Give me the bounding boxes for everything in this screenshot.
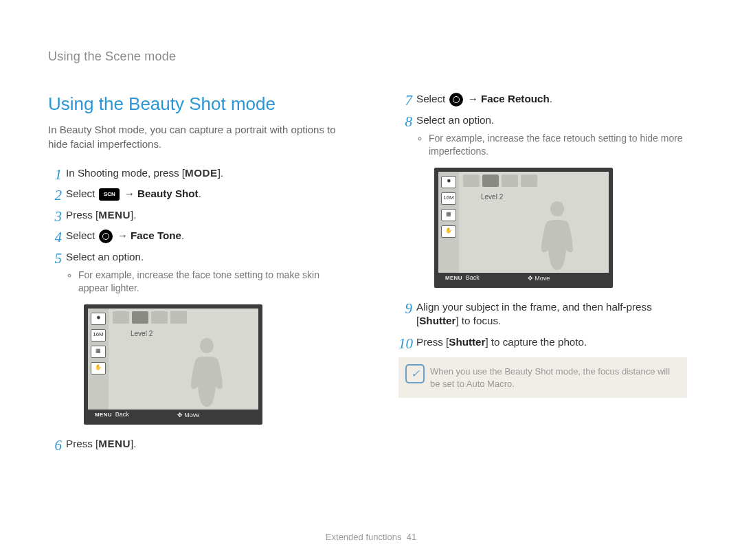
step-7-text-c: . xyxy=(550,93,552,104)
step-5-sublist: For example, increase the face tone sett… xyxy=(66,269,337,295)
ss-level-label: Level 2 xyxy=(131,329,153,339)
note-box: ✓ When you use the Beauty Shot mode, the… xyxy=(398,357,687,398)
ss-top-options xyxy=(459,172,609,190)
step-4-text-c: . xyxy=(181,229,184,241)
option-chip xyxy=(113,311,129,324)
shutter-label: Shutter xyxy=(419,315,456,326)
step-10: Press [Shutter] to capture the photo. xyxy=(398,335,687,350)
option-chip xyxy=(151,311,168,324)
step-7-arrow: → xyxy=(464,93,481,104)
option-chip xyxy=(521,175,537,187)
step-8: Select an option. For example, increase … xyxy=(398,113,687,287)
step-6: Press [MENU]. xyxy=(48,437,337,451)
ss-sidebar-icon: 16M xyxy=(441,192,456,205)
ss-level-label: Level 2 xyxy=(481,192,503,202)
step-1-text-c: ]. xyxy=(218,167,223,179)
running-title: Using the Scene mode xyxy=(48,48,694,65)
step-3-text-c: ]. xyxy=(131,209,136,221)
face-tone-label: Face Tone xyxy=(131,229,181,241)
ss-sidebar: ✹ 16M ▦ ✋ xyxy=(88,309,109,421)
step-2: Select SCN → Beauty Shot. xyxy=(48,187,337,201)
step-9: Align your subject in the frame, and the… xyxy=(398,300,687,328)
option-chip-active xyxy=(132,311,148,324)
step-4-text-a: Select xyxy=(66,229,98,241)
footer-section: Extended functions xyxy=(326,532,402,542)
step-1: In Shooting mode, press [MODE]. xyxy=(48,166,337,181)
heading: Using the Beauty Shot mode xyxy=(48,92,337,116)
option-chip xyxy=(502,175,518,187)
step-2-text-c: . xyxy=(199,188,201,199)
page-footer: Extended functions 41 xyxy=(0,531,742,544)
step-3: Press [MENU]. xyxy=(48,208,337,223)
mode-button-label: MODE xyxy=(185,167,218,179)
option-chip xyxy=(463,175,480,187)
ss-menu-back: MENU Back xyxy=(95,410,129,419)
ss-menu-back: MENU Back xyxy=(445,273,480,282)
beauty-shot-label: Beauty Shot xyxy=(137,188,199,199)
steps-right: Select → Face Retouch. Select an option.… xyxy=(398,92,687,349)
step-6-text-a: Press [ xyxy=(66,438,98,449)
ss-menu-label: MENU xyxy=(95,412,112,418)
ss-top-options xyxy=(109,309,258,326)
person-silhouette-icon xyxy=(533,201,581,270)
ss-move-label: Move xyxy=(535,275,550,282)
ss-sidebar-icon: ▦ xyxy=(441,209,456,221)
ss-back-label: Back xyxy=(466,274,480,281)
step-10-text-a: Press [ xyxy=(416,336,449,348)
step-1-text-a: In Shooting mode, press [ xyxy=(66,167,185,179)
camera-icon xyxy=(99,229,113,243)
step-3-text-a: Press [ xyxy=(66,209,98,221)
step-5-text: Select an option. xyxy=(66,251,144,262)
scn-icon: SCN xyxy=(99,188,120,201)
ss-sidebar: ✹ 16M ▦ ✋ xyxy=(438,172,459,284)
step-9-text-c: ] to focus. xyxy=(456,315,501,326)
step-2-text-a: Select xyxy=(66,188,98,199)
step-4-arrow: → xyxy=(114,229,131,241)
menu-button-label: MENU xyxy=(98,209,131,221)
step-5: Select an option. For example, increase … xyxy=(48,250,337,424)
steps-left: In Shooting mode, press [MODE]. Select S… xyxy=(48,166,337,451)
ss-sidebar-icon: ✋ xyxy=(91,362,106,374)
step-6-text-c: ]. xyxy=(131,438,136,449)
ss-bottom-bar: MENU Back ✥ Move xyxy=(88,410,258,421)
person-silhouette-icon xyxy=(183,338,231,407)
face-retouch-label: Face Retouch xyxy=(481,93,550,104)
step-5-sub: For example, increase the face tone sett… xyxy=(78,269,337,295)
ss-move: ✥ Move xyxy=(177,411,200,419)
ss-sidebar-icon: 16M xyxy=(91,329,106,341)
menu-button-label-2: MENU xyxy=(98,438,131,449)
right-column: Select → Face Retouch. Select an option.… xyxy=(398,92,687,458)
face-tone-screenshot: ✹ 16M ▦ ✋ Level 2 xyxy=(84,304,262,425)
option-chip xyxy=(170,311,187,324)
left-column: Using the Beauty Shot mode In Beauty Sho… xyxy=(48,92,337,458)
step-7: Select → Face Retouch. xyxy=(398,92,687,107)
ss-menu-label: MENU xyxy=(445,275,462,281)
face-retouch-screenshot: ✹ 16M ▦ ✋ Level 2 xyxy=(434,168,613,288)
note-text: When you use the Beauty Shot mode, the f… xyxy=(430,366,670,389)
ss-bottom-bar: MENU Back ✥ Move xyxy=(438,273,609,284)
ss-sidebar-icon: ✹ xyxy=(441,176,456,188)
ss-sidebar-icon: ✹ xyxy=(91,313,106,325)
ss-move-label: Move xyxy=(184,412,199,418)
step-10-text-c: ] to capture the photo. xyxy=(485,336,587,348)
step-4: Select → Face Tone. xyxy=(48,229,337,243)
ss-back-label: Back xyxy=(115,411,129,418)
ss-sidebar-icon: ▦ xyxy=(91,346,106,358)
shutter-label-2: Shutter xyxy=(449,336,485,348)
step-8-text: Select an option. xyxy=(416,114,494,126)
step-7-text-a: Select xyxy=(416,93,448,104)
intro-text: In Beauty Shot mode, you can capture a p… xyxy=(48,123,337,151)
ss-sidebar-icon: ✋ xyxy=(441,225,456,238)
camera-icon xyxy=(449,93,463,107)
ss-move: ✥ Move xyxy=(528,274,550,282)
footer-page: 41 xyxy=(407,532,416,542)
step-8-sublist: For example, increase the face retouch s… xyxy=(416,132,687,158)
option-chip-active xyxy=(482,175,499,187)
step-2-arrow: → xyxy=(121,188,137,199)
info-icon: ✓ xyxy=(405,364,425,383)
step-8-sub: For example, increase the face retouch s… xyxy=(429,132,687,158)
